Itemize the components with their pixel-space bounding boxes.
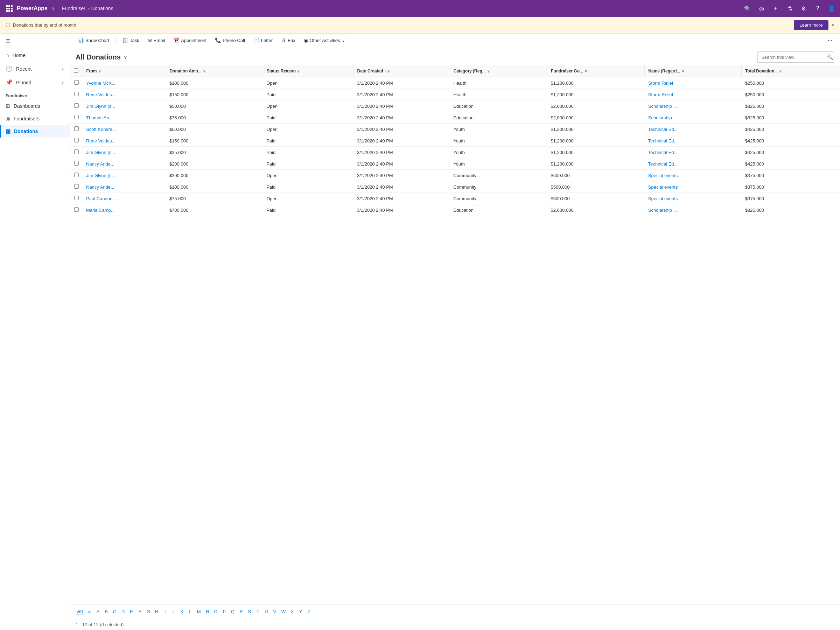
brand-chevron-icon[interactable]: ∨ (52, 6, 55, 11)
row-checkbox-cell[interactable] (70, 193, 83, 204)
show-chart-button[interactable]: 📊 Show Chart (74, 36, 113, 45)
row-checkbox[interactable] (74, 150, 79, 154)
cell-name[interactable]: Special events (645, 170, 742, 181)
row-checkbox-cell[interactable] (70, 89, 83, 101)
row-checkbox[interactable] (74, 161, 79, 166)
letter-button[interactable]: 📄 Letter (250, 36, 276, 45)
row-checkbox[interactable] (74, 115, 79, 119)
cell-from[interactable]: Yvonne McK... (83, 77, 166, 89)
sidebar-item-home[interactable]: ⌂ Home (0, 49, 69, 62)
cell-name[interactable]: Technical Ed... (645, 135, 742, 147)
col-header-total[interactable]: Total Donation... ∨ (742, 65, 840, 77)
cell-from[interactable]: Rene Valdes... (83, 89, 166, 101)
cell-from[interactable]: Jim Glynn (s... (83, 170, 166, 181)
sidebar-item-donations[interactable]: ▦ Donations (0, 125, 69, 137)
appointment-button[interactable]: 📅 Appointment (170, 36, 210, 45)
table-row[interactable]: Rene Valdes... $150.000 Paid 3/1/2020 2:… (70, 89, 840, 101)
table-row[interactable]: Nancy Ande... $200.000 Paid 3/1/2020 2:4… (70, 158, 840, 170)
row-checkbox[interactable] (74, 126, 79, 131)
row-checkbox-cell[interactable] (70, 181, 83, 193)
cell-name[interactable]: Scholarship ... (645, 101, 742, 112)
row-checkbox-cell[interactable] (70, 170, 83, 181)
col-header-category[interactable]: Category (Reg... ∨ (450, 65, 547, 77)
alpha-nav-item-s[interactable]: S (246, 608, 253, 615)
cell-name[interactable]: Scholarship ... (645, 204, 742, 216)
cell-from[interactable]: Paul Cannon... (83, 193, 166, 204)
row-checkbox-cell[interactable] (70, 204, 83, 216)
alpha-nav-item-#[interactable]: # (87, 608, 93, 615)
help-icon[interactable]: ? (813, 4, 822, 13)
cell-name[interactable]: Scholarship ... (645, 112, 742, 123)
col-header-date[interactable]: Date Created ↑ ∨ (354, 65, 450, 77)
row-checkbox[interactable] (74, 103, 79, 108)
table-row[interactable]: Paul Cannon... $75.000 Open 3/1/2020 2:4… (70, 193, 840, 204)
alpha-nav-item-u[interactable]: U (263, 608, 270, 615)
fax-button[interactable]: 🖨 Fax (278, 36, 299, 45)
alpha-nav-item-c[interactable]: C (112, 608, 118, 615)
waffle-icon[interactable] (4, 3, 14, 13)
alpha-nav-item-j[interactable]: J (171, 608, 177, 615)
cell-from[interactable]: Thomas An... (83, 112, 166, 123)
row-checkbox[interactable] (74, 172, 79, 177)
alpha-nav-item-g[interactable]: G (145, 608, 152, 615)
settings-icon[interactable]: ⚙ (799, 4, 808, 13)
alpha-nav-item-z[interactable]: Z (306, 608, 312, 615)
breadcrumb-fundraiser[interactable]: Fundraiser (62, 6, 85, 11)
row-checkbox-cell[interactable] (70, 101, 83, 112)
table-row[interactable]: Jim Glynn (s... $25.000 Paid 3/1/2020 2:… (70, 147, 840, 158)
banner-close-button[interactable]: × (831, 22, 834, 28)
row-checkbox-cell[interactable] (70, 123, 83, 135)
add-icon[interactable]: + (771, 4, 780, 13)
row-checkbox[interactable] (74, 196, 79, 200)
alpha-nav-item-m[interactable]: M (196, 608, 202, 615)
table-row[interactable]: Thomas An... $75.000 Paid 3/1/2020 2:40 … (70, 112, 840, 123)
alpha-nav-item-r[interactable]: R (238, 608, 244, 615)
email-button[interactable]: ✉ Email (144, 36, 169, 45)
alpha-nav-item-all[interactable]: All (76, 608, 84, 615)
cell-name[interactable]: Technical Ed... (645, 158, 742, 170)
sidebar-item-pinned[interactable]: 📌 Pinned ∨ (0, 76, 69, 89)
alpha-nav-item-i[interactable]: I (162, 608, 168, 615)
learn-more-button[interactable]: Learn more (794, 20, 828, 30)
other-activities-button[interactable]: ◉ Other Activities ∨ (300, 36, 349, 45)
table-row[interactable]: Yvonne McK... $100.000 Open 3/1/2020 2:4… (70, 77, 840, 89)
alpha-nav-item-w[interactable]: W (280, 608, 287, 615)
col-header-from[interactable]: From ∨ (83, 65, 166, 77)
alpha-nav-item-y[interactable]: Y (297, 608, 304, 615)
cell-from[interactable]: Jim Glynn (s... (83, 101, 166, 112)
user-icon[interactable]: 👤 (827, 4, 836, 13)
cell-from[interactable]: Nancy Ande... (83, 158, 166, 170)
table-row[interactable]: Rene Valdes... $150.000 Paid 3/1/2020 2:… (70, 135, 840, 147)
cell-from[interactable]: Nancy Ande... (83, 181, 166, 193)
alpha-nav-item-d[interactable]: D (120, 608, 126, 615)
row-checkbox-cell[interactable] (70, 77, 83, 89)
cell-name[interactable]: Special events (645, 193, 742, 204)
row-checkbox[interactable] (74, 92, 79, 96)
row-checkbox[interactable] (74, 138, 79, 142)
row-checkbox[interactable] (74, 184, 79, 189)
alpha-nav-item-x[interactable]: X (289, 608, 295, 615)
row-checkbox[interactable] (74, 207, 79, 212)
alpha-nav-item-a[interactable]: A (95, 608, 101, 615)
phone-call-button[interactable]: 📞 Phone Call (212, 36, 248, 45)
col-header-name[interactable]: Name (Regard... ∨ (645, 65, 742, 77)
alpha-nav-item-f[interactable]: F (137, 608, 143, 615)
alpha-nav-item-v[interactable]: V (272, 608, 278, 615)
table-row[interactable]: Nancy Ande... $100.000 Paid 3/1/2020 2:4… (70, 181, 840, 193)
sidebar-item-fundraisers[interactable]: ◎ Fundraisers (0, 112, 69, 125)
alpha-nav-item-h[interactable]: H (154, 608, 160, 615)
alpha-nav-item-l[interactable]: L (187, 608, 194, 615)
cell-name[interactable]: Storm Relief (645, 89, 742, 101)
cell-from[interactable]: Maria Camp... (83, 204, 166, 216)
row-checkbox-cell[interactable] (70, 147, 83, 158)
cell-from[interactable]: Scott Koners... (83, 123, 166, 135)
col-header-amount[interactable]: Donation Amo... ∨ (166, 65, 263, 77)
sidebar-item-recent[interactable]: 🕐 Recent ∨ (0, 62, 69, 76)
col-header-status[interactable]: Status Reason ∨ (263, 65, 354, 77)
more-options-button[interactable]: ⋯ (824, 36, 836, 45)
select-all-checkbox[interactable] (74, 68, 78, 73)
filter-icon[interactable]: ⚗ (785, 4, 794, 13)
search-submit-button[interactable]: 🔍 (824, 52, 834, 62)
table-row[interactable]: Maria Camp... $700.000 Paid 3/1/2020 2:4… (70, 204, 840, 216)
table-row[interactable]: Jim Glynn (s... $200.000 Open 3/1/2020 2… (70, 170, 840, 181)
